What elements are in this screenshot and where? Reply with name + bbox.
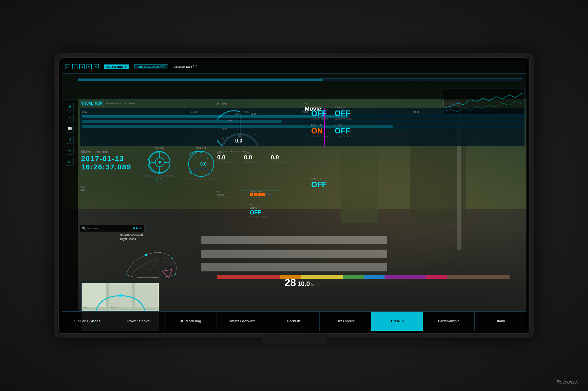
- sidebar-icon-play[interactable]: ▷: [66, 158, 74, 166]
- tab-bar: LinCar + Shoes Power Shovel 3D Modeling …: [62, 311, 526, 331]
- ind-dot-4: [261, 193, 265, 196]
- tab-forklift[interactable]: ForkLift: [268, 312, 320, 331]
- svg-text:4.8K: 4.8K: [227, 119, 233, 122]
- svg-point-63: [145, 254, 147, 256]
- shoe-panel: SmartFootware-R Right Shoes: [120, 234, 185, 285]
- speed-gauge-svg: 0.0: [189, 151, 213, 177]
- tab-parts-sample[interactable]: PartsSample: [423, 312, 475, 331]
- tab-lincar-shoes[interactable]: LinCar + Shoes: [62, 312, 113, 331]
- svg-point-44: [119, 294, 122, 297]
- bar-red: [217, 275, 280, 279]
- shift-n-value: OFF: [311, 109, 329, 118]
- watermark: Response.: [557, 379, 578, 385]
- brake-onoff-label: brake_onoff: [250, 190, 272, 193]
- svg-text:04:23: 04:23: [191, 111, 197, 113]
- sidebar-icon-settings[interactable]: ⚙: [66, 136, 74, 144]
- sidebar-icon-list[interactable]: ≡: [66, 114, 74, 121]
- dot-1: [133, 227, 135, 229]
- gauge-br-value: 0.0: [271, 154, 288, 161]
- timeline-progress: [78, 79, 323, 81]
- shift-l-timestamp: 16:26:37.013928: [311, 189, 329, 191]
- speed-timestamp: 2017/01/13 16:26:17.005438: [182, 178, 221, 180]
- svg-text:8.4K: 8.4K: [251, 113, 257, 116]
- accel-panel: Ft Accel 16:26:37.003682: [217, 190, 235, 199]
- timestamp-time: 16:26:37.089: [81, 163, 132, 171]
- sidebar-icon-chart[interactable]: 📊: [66, 125, 74, 132]
- shift-d-timestamp: 16:26:37.013928: [311, 135, 329, 138]
- toolbar-icon-5[interactable]: ≫: [94, 64, 99, 69]
- shift-l-value: OFF: [311, 180, 329, 189]
- shift-l-panel: SHIFT_L OFF 16:26:37.013928: [311, 177, 329, 191]
- ind-dot-2: [254, 193, 257, 196]
- rpm-fit-label: Fit: [217, 103, 220, 106]
- gauge-br-label: Ft BR: [271, 151, 288, 154]
- search-bar: 🔍 ▲: [80, 225, 144, 232]
- toolbar-icon-1[interactable]: ⊟: [65, 64, 70, 69]
- timeline-track[interactable]: [78, 78, 523, 81]
- shift-d-value: ON: [311, 126, 329, 135]
- gauge-br-timestamp: 16:26:37.018461: [271, 161, 288, 163]
- tab-smart-footware[interactable]: Smart Footware: [216, 312, 268, 331]
- toolbar-icons: ⊟ ▷ ⊡ ↻ ≫ PLAYSPEED ▼ Time 00:12:34.567 …: [62, 64, 526, 69]
- toolbar-icon-4[interactable]: ↻: [86, 64, 92, 69]
- accel-label: Accel: [217, 193, 235, 196]
- accel-timestamp: 16:26:37.003682: [217, 196, 235, 199]
- dot-2: [136, 227, 138, 229]
- app-logo: VISUAL_MBM: [80, 101, 104, 106]
- rpm-panel: Fit RPM 1.8K 3.6K 4.8K 6.5K 7.2K 8.4K: [217, 103, 263, 153]
- sidebar-icon-home[interactable]: ⊞: [66, 103, 74, 110]
- timestamp-panel: Master Timestamp 2017-01-13 16:26:37.089: [81, 150, 132, 171]
- shoe-label: SmartFootware-R: [120, 234, 185, 237]
- svg-point-64: [171, 258, 173, 259]
- toolbar-icon-2[interactable]: ▷: [72, 64, 77, 69]
- toolbar-icon-3[interactable]: ⊡: [79, 64, 85, 69]
- gauge-rl-timestamp: 16:26:37.018461: [244, 161, 261, 163]
- shift-p-label: SHIFT_P: [335, 106, 352, 109]
- ind-dot-1: [250, 193, 253, 196]
- sidebar-icon-pin[interactable]: ◎: [66, 147, 74, 155]
- svg-line-60: [238, 129, 239, 130]
- svg-point-55: [238, 134, 242, 138]
- tab-3d-modeling[interactable]: 3D Modeling: [165, 312, 216, 331]
- brake-timestamp2: 16:26:37.013928: [250, 216, 267, 218]
- speed-decimal-value: 10.0: [297, 280, 310, 288]
- movie-fit-label: Fit: [305, 103, 321, 106]
- shift-l-label: SHIFT_L: [311, 177, 329, 180]
- timestamp-label: Master Timestamp: [81, 150, 132, 153]
- ind-dot-3: [258, 193, 261, 196]
- rpm-gauge-svg: 1.8K 3.6K 4.8K 6.5K 7.2K 8.4K: [217, 107, 263, 152]
- shift-n-label: SHIFT_N: [311, 106, 329, 109]
- graph-svg: [444, 88, 525, 114]
- tab-blank[interactable]: Blank: [475, 312, 526, 331]
- svg-text:新幹線駅: 新幹線駅: [111, 306, 119, 308]
- gauge-row: Ft FR 0.0 16:26:37.018461 Ft RL 0.0 16:2…: [217, 151, 288, 163]
- steering-wheel-visual: [148, 151, 170, 174]
- tv-bezel: ⊟ ▷ ⊡ ↻ ≫ PLAYSPEED ▼ Time 00:12:34.567 …: [58, 57, 530, 334]
- mini-graph: [444, 88, 525, 114]
- svg-line-28: [195, 157, 197, 159]
- svg-text:1.8K: 1.8K: [219, 137, 225, 140]
- shift-n: SHIFT_N OFF 16:26:37.013928: [311, 106, 329, 120]
- playspeed-button[interactable]: PLAYSPEED ▼: [104, 64, 129, 69]
- svg-rect-10: [82, 115, 348, 118]
- tab-current[interactable]: TireRun: [371, 312, 423, 331]
- svg-text:04:25: 04:25: [413, 111, 419, 113]
- speed-unit: km/h: [311, 282, 320, 287]
- speed-widget: SPEED 0.0 2017/01/13 16: [182, 146, 221, 180]
- steering-value: 0.2: [140, 178, 179, 182]
- brake-fit-label: Ft: [250, 203, 267, 206]
- search-icon: 🔍: [82, 226, 86, 230]
- tab-power-shovel[interactable]: Power Shovel: [113, 312, 165, 331]
- shift-r: SHIFT_R OFF 16:26:37.013928: [335, 123, 352, 138]
- steering-widget: Steering 2017/01/13 16:26:37.005826: [140, 146, 179, 182]
- tv-monitor: ⊟ ▷ ⊡ ↻ ≫ PLAYSPEED ▼ Time 00:12:34.567 …: [54, 53, 534, 338]
- steering-svg: [148, 151, 170, 174]
- brake-value: OFF: [250, 209, 267, 216]
- bar-purple: [385, 275, 426, 279]
- steering-timestamp: 2017/01/13 16:26:37.005826: [140, 175, 179, 177]
- gauge-fr: Ft FR 0.0 16:26:37.018461: [217, 151, 235, 163]
- gauge-rl: Ft RL 0.0 16:26:37.018461: [244, 151, 261, 163]
- left-sidebar: ⊞ ≡ 📊 ⚙ ◎ ▷: [62, 99, 78, 311]
- tab-brz-circuit[interactable]: Brz Circuit: [320, 312, 371, 331]
- search-input[interactable]: [87, 227, 132, 230]
